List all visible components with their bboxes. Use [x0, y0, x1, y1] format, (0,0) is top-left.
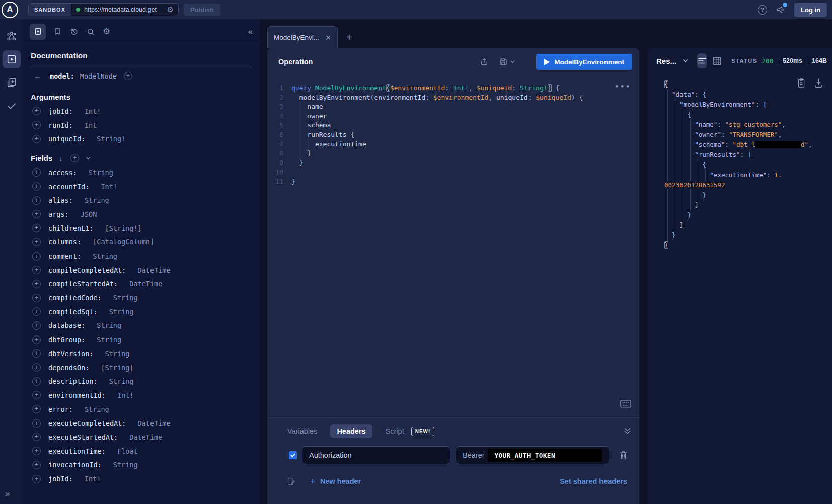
- add-model-field-button[interactable]: +: [124, 72, 132, 80]
- response-body[interactable]: {"data": {"modelByEnvironment": [{"name"…: [647, 73, 832, 250]
- add-to-operation-button[interactable]: +: [32, 168, 41, 177]
- tab-headers[interactable]: Headers: [330, 424, 372, 438]
- field-type[interactable]: [String]: [101, 364, 133, 372]
- field-type[interactable]: String: [97, 335, 121, 344]
- add-to-operation-button[interactable]: +: [32, 121, 41, 129]
- add-to-operation-button[interactable]: +: [32, 294, 41, 302]
- add-to-operation-button[interactable]: +: [32, 252, 41, 261]
- table-view-icon[interactable]: [713, 57, 721, 65]
- field-type[interactable]: DateTime: [129, 280, 162, 288]
- collapse-panel-icon[interactable]: [624, 428, 631, 435]
- header-enabled-checkbox[interactable]: [289, 451, 297, 459]
- field-type[interactable]: JSON: [81, 210, 97, 218]
- operation-collections-icon[interactable]: [3, 73, 21, 92]
- field-type[interactable]: Int: [85, 121, 97, 129]
- field-type[interactable]: Int!: [85, 475, 101, 483]
- delete-header-icon[interactable]: [619, 451, 628, 460]
- add-to-operation-button[interactable]: +: [32, 391, 41, 399]
- field-type[interactable]: Int!: [117, 391, 134, 399]
- field-type[interactable]: String: [85, 405, 109, 413]
- new-tab-button[interactable]: +: [346, 32, 352, 43]
- field-type[interactable]: String: [89, 169, 113, 177]
- editor-overflow-menu-icon[interactable]: •••: [615, 82, 631, 90]
- response-menu-chevron-icon[interactable]: [683, 59, 688, 63]
- add-to-operation-button[interactable]: +: [32, 419, 41, 428]
- add-to-operation-button[interactable]: +: [32, 196, 41, 205]
- add-to-operation-button[interactable]: +: [32, 447, 41, 455]
- add-to-operation-button[interactable]: +: [32, 461, 41, 469]
- add-to-operation-button[interactable]: +: [32, 433, 41, 441]
- field-type[interactable]: String: [85, 196, 109, 204]
- add-to-operation-button[interactable]: +: [32, 475, 41, 483]
- bookmarks-icon[interactable]: [53, 27, 62, 36]
- raw-view-icon[interactable]: [697, 53, 707, 68]
- endpoint-settings-icon[interactable]: ⚙: [167, 5, 174, 14]
- schema-graph-icon[interactable]: [3, 27, 21, 45]
- add-to-operation-button[interactable]: +: [32, 363, 41, 372]
- breadcrumb-type[interactable]: ModelNode: [80, 72, 117, 80]
- add-to-operation-button[interactable]: +: [32, 321, 41, 330]
- field-type[interactable]: [CatalogColumn]: [93, 238, 154, 246]
- help-icon[interactable]: ?: [758, 5, 767, 15]
- add-to-operation-button[interactable]: +: [32, 135, 41, 143]
- tab-variables[interactable]: Variables: [287, 427, 317, 435]
- add-to-operation-button[interactable]: +: [32, 266, 41, 274]
- add-to-operation-button[interactable]: +: [32, 377, 41, 386]
- history-icon[interactable]: [69, 27, 79, 36]
- add-to-operation-button[interactable]: +: [32, 182, 41, 191]
- add-all-fields-button[interactable]: +: [70, 154, 79, 162]
- collapse-docs-icon[interactable]: «: [248, 27, 253, 37]
- login-button[interactable]: Log in: [794, 3, 827, 17]
- docs-settings-icon[interactable]: ⚙: [103, 26, 110, 37]
- search-icon[interactable]: [86, 27, 95, 36]
- field-type[interactable]: String: [113, 461, 138, 469]
- back-arrow-icon[interactable]: ←: [34, 72, 41, 80]
- add-to-operation-button[interactable]: +: [32, 307, 41, 316]
- run-operation-button[interactable]: ModelByEnvironment: [536, 54, 632, 70]
- add-to-operation-button[interactable]: +: [32, 280, 41, 288]
- add-to-operation-button[interactable]: +: [32, 405, 41, 413]
- add-to-operation-button[interactable]: +: [32, 238, 41, 246]
- announcements-icon[interactable]: [776, 5, 786, 15]
- close-tab-icon[interactable]: ✕: [325, 34, 331, 42]
- edit-headers-as-text-icon[interactable]: [286, 477, 296, 486]
- field-type[interactable]: String: [97, 321, 121, 329]
- field-type[interactable]: String: [109, 308, 134, 316]
- tab-script[interactable]: Script: [386, 427, 404, 435]
- header-key-input[interactable]: Authorization: [302, 446, 450, 464]
- add-to-operation-button[interactable]: +: [32, 224, 41, 232]
- field-type[interactable]: String: [105, 350, 130, 358]
- download-response-icon[interactable]: [814, 78, 823, 88]
- field-type[interactable]: DateTime: [138, 266, 171, 274]
- operation-tab[interactable]: ModelByEnvi... ✕: [267, 26, 338, 48]
- field-type[interactable]: DateTime: [138, 419, 171, 427]
- keyboard-shortcuts-icon[interactable]: [620, 400, 631, 408]
- field-type[interactable]: [String!]: [105, 224, 142, 232]
- new-header-button[interactable]: + New header: [310, 476, 361, 486]
- add-to-operation-button[interactable]: +: [32, 349, 41, 358]
- header-value-input[interactable]: Bearer YOUR_AUTH_TOKEN: [456, 446, 609, 464]
- field-type[interactable]: DateTime: [129, 433, 162, 441]
- add-to-operation-button[interactable]: +: [32, 210, 41, 218]
- share-operation-icon[interactable]: [480, 57, 489, 66]
- field-type[interactable]: String: [93, 252, 117, 260]
- field-type[interactable]: String!: [97, 135, 125, 143]
- documentation-tab-icon[interactable]: [30, 24, 46, 40]
- copy-response-icon[interactable]: [797, 78, 805, 88]
- add-to-operation-button[interactable]: +: [32, 107, 41, 115]
- add-to-operation-button[interactable]: +: [32, 335, 41, 344]
- explorer-icon[interactable]: [3, 50, 21, 68]
- graphql-editor[interactable]: 1query ModelByEnvironment($environmentId…: [267, 75, 639, 417]
- endpoint-url-input[interactable]: https://metadata.cloud.get ⚙: [71, 4, 178, 16]
- sort-fields-icon[interactable]: ↓: [59, 154, 62, 162]
- field-type[interactable]: String: [109, 377, 134, 385]
- field-type[interactable]: Float: [117, 447, 138, 455]
- fields-menu-chevron-icon[interactable]: [86, 156, 91, 160]
- expand-rail-icon[interactable]: »: [5, 489, 10, 499]
- field-type[interactable]: Int!: [85, 107, 101, 115]
- save-operation-button[interactable]: [499, 57, 515, 66]
- field-type[interactable]: Int!: [101, 183, 117, 191]
- publish-button[interactable]: Publish: [184, 4, 220, 16]
- checklist-icon[interactable]: [3, 97, 21, 115]
- set-shared-headers-link[interactable]: Set shared headers: [560, 477, 627, 485]
